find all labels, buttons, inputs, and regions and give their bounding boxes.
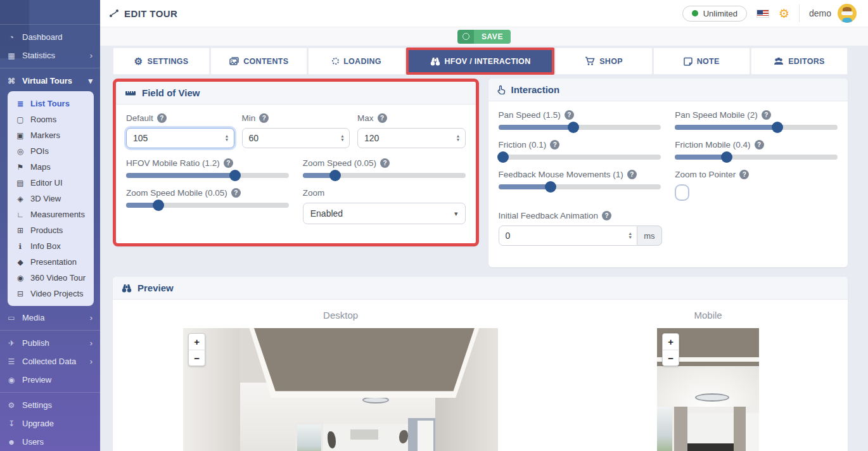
pan-speed-mobile-slider[interactable] xyxy=(675,125,838,130)
zoom-to-pointer-checkbox[interactable] xyxy=(675,184,689,201)
sidebar-item-preview[interactable]: ◉ Preview xyxy=(0,371,100,389)
slider-thumb[interactable] xyxy=(568,122,579,133)
zoom-out-button[interactable]: − xyxy=(663,350,679,365)
slider-thumb[interactable] xyxy=(329,170,341,181)
zoom-out-button[interactable]: − xyxy=(189,350,205,365)
sidebar-item-products[interactable]: ⊞ Products xyxy=(13,222,93,238)
sidebar-item-editor-ui[interactable]: ▤ Editor UI xyxy=(13,175,93,191)
sidebar-item-rooms[interactable]: ▢ Rooms xyxy=(13,111,93,127)
scene-shape xyxy=(295,422,324,451)
video-projects-icon: ⊟ xyxy=(15,289,25,298)
sidebar-item-dashboard[interactable]: ◔ Dashboard xyxy=(0,28,100,46)
sidebar-item-360-video-tour[interactable]: ◉ 360 Video Tour xyxy=(13,270,93,286)
help-icon[interactable]: ? xyxy=(739,170,749,179)
tab-settings[interactable]: ⚙ SETTINGS xyxy=(113,48,210,75)
cart-icon xyxy=(585,56,595,66)
panel-title: Field of View xyxy=(142,87,200,98)
sidebar-item-label: Markers xyxy=(30,130,90,140)
help-icon[interactable]: ? xyxy=(378,113,387,123)
theme-gear-icon[interactable]: ⚙ xyxy=(779,8,789,20)
sidebar-item-video-projects[interactable]: ⊟ Video Projects xyxy=(13,286,93,302)
sidebar-item-presentation[interactable]: ◆ Presentation xyxy=(13,254,93,270)
help-icon[interactable]: ? xyxy=(231,188,241,198)
friction-field: Friction (0.1)? xyxy=(499,140,661,160)
rooms-icon: ▢ xyxy=(15,115,25,124)
sidebar-item-label: Maps xyxy=(30,162,90,172)
sidebar-item-statistics[interactable]: ▦ Statistics › xyxy=(0,46,100,65)
save-button[interactable]: SAVE xyxy=(457,30,511,44)
pan-speed-slider[interactable] xyxy=(499,125,661,130)
help-icon[interactable]: ? xyxy=(565,110,574,120)
hfov-mobile-ratio-slider[interactable] xyxy=(126,173,289,178)
language-flag-icon[interactable] xyxy=(756,10,769,18)
zoom-enabled-select[interactable]: Enabled ▾ xyxy=(303,203,466,224)
sidebar-item-label: 360 Video Tour xyxy=(30,273,90,283)
3d-view-icon: ◈ xyxy=(15,194,25,203)
preview-panel: Preview Desktop + − xyxy=(113,277,848,451)
slider-thumb[interactable] xyxy=(721,151,732,163)
sidebar-item-info-box[interactable]: ℹ Info Box xyxy=(13,238,93,254)
help-icon[interactable]: ? xyxy=(762,110,771,120)
help-icon[interactable]: ? xyxy=(550,140,559,149)
sidebar-item-media[interactable]: ▭ Media › xyxy=(0,308,100,327)
fov-max-input[interactable] xyxy=(364,133,456,143)
help-icon[interactable]: ? xyxy=(380,158,390,168)
products-icon: ⊞ xyxy=(15,226,25,235)
users-group-icon xyxy=(774,57,784,65)
sidebar-item-users[interactable]: ☻ Users xyxy=(0,433,100,451)
help-icon[interactable]: ? xyxy=(755,140,764,149)
slider-thumb[interactable] xyxy=(229,170,241,181)
save-button-label: SAVE xyxy=(474,30,511,44)
slider-thumb[interactable] xyxy=(772,122,783,133)
users-icon: ☻ xyxy=(6,438,16,447)
plan-badge[interactable]: Unlimited xyxy=(682,6,747,22)
sidebar-item-label: Upgrade xyxy=(22,419,94,428)
tab-note[interactable]: NOTE xyxy=(653,48,750,75)
sidebar-item-list-tours[interactable]: ≣ List Tours xyxy=(13,96,93,111)
fov-default-input-wrap: ▲▼ xyxy=(126,128,234,148)
tab-loading[interactable]: LOADING xyxy=(308,48,405,75)
slider-thumb[interactable] xyxy=(545,181,556,193)
zoom-in-button[interactable]: + xyxy=(663,334,679,350)
sidebar-item-virtual-tours[interactable]: ⌘ Virtual Tours ▾ xyxy=(0,72,100,90)
sidebar-item-maps[interactable]: ⚑ Maps xyxy=(13,159,93,175)
tab-shop[interactable]: SHOP xyxy=(555,48,652,75)
fov-default-input[interactable] xyxy=(133,133,225,143)
fov-min-input[interactable] xyxy=(249,133,341,143)
sidebar-item-collected-data[interactable]: ☰ Collected Data › xyxy=(0,352,100,371)
tab-contents[interactable]: CONTENTS xyxy=(210,48,307,75)
sidebar-item-publish[interactable]: ✈ Publish › xyxy=(0,334,100,352)
slider-thumb[interactable] xyxy=(497,151,509,163)
sidebar-item-measurements[interactable]: ∟ Measurements xyxy=(13,206,93,222)
sidebar-item-markers[interactable]: ▣ Markers xyxy=(13,127,93,143)
stepper-arrows-icon[interactable]: ▲▼ xyxy=(340,134,345,142)
friction-mobile-slider[interactable] xyxy=(675,155,838,160)
sidebar-divider xyxy=(0,392,100,393)
slider-thumb[interactable] xyxy=(153,200,164,211)
help-icon[interactable]: ? xyxy=(259,113,269,123)
tab-hfov-interaction[interactable]: HFOV / INTERACTION xyxy=(406,48,555,75)
tab-editors[interactable]: EDITORS xyxy=(751,48,848,75)
desktop-preview-image[interactable] xyxy=(183,328,498,451)
friction-slider[interactable] xyxy=(499,155,661,160)
sidebar-item-upgrade[interactable]: ↧ Upgrade xyxy=(0,414,100,433)
stepper-arrows-icon[interactable]: ▲▼ xyxy=(456,134,461,142)
help-icon[interactable]: ? xyxy=(627,170,637,179)
feedback-mouse-movements-slider[interactable] xyxy=(499,184,661,189)
ruler-icon xyxy=(125,89,136,97)
sidebar-item-pois[interactable]: ◎ POIs xyxy=(13,143,93,159)
sidebar-item-3d-view[interactable]: ◈ 3D View xyxy=(13,191,93,206)
preview-header: Preview xyxy=(113,277,848,300)
help-icon[interactable]: ? xyxy=(157,113,167,123)
stepper-arrows-icon[interactable]: ▲▼ xyxy=(225,134,229,142)
zoom-speed-mobile-slider[interactable] xyxy=(126,203,289,208)
zoom-speed-slider[interactable] xyxy=(303,173,466,178)
help-icon[interactable]: ? xyxy=(602,211,611,220)
sidebar-item-settings[interactable]: ⚙ Settings xyxy=(0,396,100,414)
save-bar: SAVE xyxy=(100,27,868,46)
zoom-in-button[interactable]: + xyxy=(189,334,205,350)
initial-feedback-input[interactable] xyxy=(506,231,629,241)
stepper-arrows-icon[interactable]: ▲▼ xyxy=(628,232,632,239)
user-menu[interactable]: demo xyxy=(809,4,857,23)
help-icon[interactable]: ? xyxy=(224,158,233,168)
